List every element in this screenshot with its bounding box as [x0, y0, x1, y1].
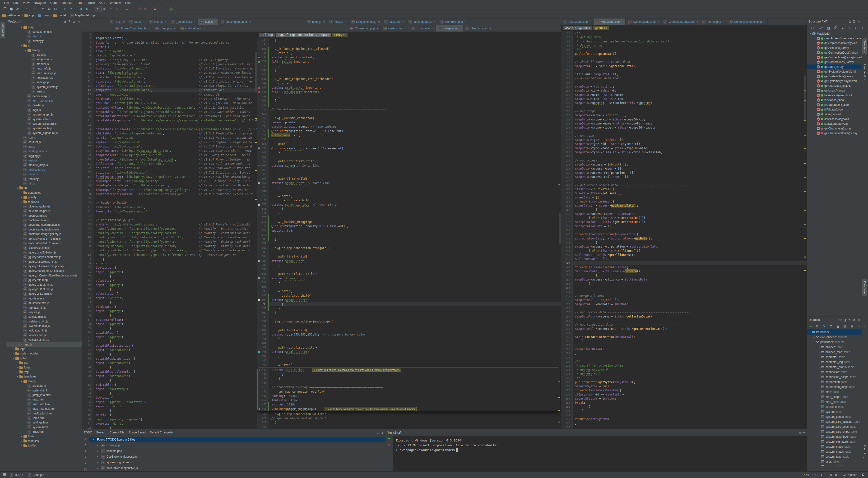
tab-SystemModel.php[interactable]: phpSystemModel.php×: [625, 19, 661, 25]
synchronize-button[interactable]: ⟳: [14, 6, 20, 11]
project-item-requirejs[interactable]: ▸requirejs: [6, 200, 82, 204]
project-item-dialog[interactable]: ▾dialog: [6, 48, 82, 53]
project-item-bootstrap-confirmation.js[interactable]: JSbootstrap-confirmation.js: [6, 223, 82, 227]
project-header-icon[interactable]: ⚙: [72, 20, 75, 24]
project-item-map.html[interactable]: <>map.html: [6, 397, 82, 402]
project-item-trust.html[interactable]: <>trust.html: [6, 429, 82, 434]
replace-button[interactable]: ⌖: [68, 6, 74, 11]
terminal-header-icon[interactable]: ⚙: [799, 431, 801, 434]
project-item-ccp.js[interactable]: JSccp.js: [6, 135, 82, 140]
todo-scope-current-file[interactable]: Current File: [110, 431, 125, 434]
statusbar-encoding[interactable]: UTF-8: [826, 473, 840, 477]
breadcrumb-item[interactable]: pathfinder: [2, 14, 20, 17]
close-icon[interactable]: ×: [123, 21, 125, 23]
project-item-TweenLite.min.js[interactable]: JSTweenLite.min.js: [6, 324, 82, 328]
project-item-map.js[interactable]: JSmap.js: [6, 34, 82, 39]
project-item-system_info.js[interactable]: JSsystem_info.js: [6, 117, 82, 121]
schema-eve_phoebe[interactable]: ▸eve_phoebe: schema: [807, 334, 862, 340]
todo-header-icon[interactable]: ⚙: [377, 431, 379, 434]
structure-method-getSystem[interactable]: mgetSystem(systemId):null: [807, 69, 862, 74]
vcs-update-button[interactable]: ⇣: [124, 6, 130, 11]
structure-toolbar-icon[interactable]: ◨: [827, 26, 830, 30]
structure-method-getUsers[interactable]: mgetUsers():array: [807, 88, 862, 93]
todo-scope-scope-based[interactable]: Scope Based: [129, 431, 146, 434]
project-item-credit.html[interactable]: <>credit.html: [6, 383, 82, 388]
todo-summary-row[interactable]: ▾Found 7 TODO items in 6 files: [89, 437, 385, 442]
structure-method-clearAccess[interactable]: mclearAccess([clearKeys : array =: [807, 36, 862, 41]
statusbar-line-separator[interactable]: CRLF: [812, 473, 826, 477]
close-icon[interactable]: ×: [723, 21, 724, 23]
menu-vcs[interactable]: VCS: [97, 0, 108, 5]
close-icon[interactable]: ×: [465, 21, 466, 23]
project-item-route.html[interactable]: <>route.html: [6, 416, 82, 420]
table-system[interactable]: ▸system: table: [807, 409, 862, 414]
database-toolbar-icon[interactable]: ◼: [836, 325, 839, 328]
close-icon[interactable]: ×: [402, 21, 404, 23]
close-icon[interactable]: ×: [490, 27, 491, 30]
project-item-jquery.easypiechart.min.js[interactable]: JSjquery.easypiechart.min.js: [6, 255, 82, 259]
project-item-dom.jsPlumb-1.7.5-min.js[interactable]: JSdom.jsPlumb-1.7.5-min.js: [6, 241, 82, 246]
tab-notification.js[interactable]: JSnotification.js×: [178, 25, 207, 32]
statusbar-todo-button[interactable]: TTODO: [10, 473, 23, 477]
project-item-tooltip[interactable]: ▸tooltip: [6, 443, 82, 448]
project-item-dialog[interactable]: ▾dialog: [6, 379, 82, 383]
project-item-settings.js[interactable]: JSsettings.js: [6, 80, 82, 85]
database-toolbar-icon[interactable]: +: [810, 325, 812, 328]
menu-edit[interactable]: Edit: [11, 0, 21, 5]
database-toolbar-icon[interactable]: ⧉: [816, 324, 818, 328]
close-icon[interactable]: ×: [658, 21, 659, 23]
project-item-ui[interactable]: ▾ui: [6, 43, 82, 48]
cut-button[interactable]: ✂: [40, 6, 46, 11]
structure-method-getCharacters[interactable]: mgetCharacters():array: [807, 126, 862, 131]
structure-method-getCharactersData[interactable]: mgetCharactersData():array: [807, 131, 862, 136]
project-item-gallery.html[interactable]: <>gallery.html: [6, 388, 82, 393]
menu-navigate[interactable]: Navigate: [32, 0, 48, 5]
table-corporation[interactable]: ▸corporation: table: [807, 379, 862, 384]
project-item-map[interactable]: ▾map: [6, 25, 82, 29]
structure-method-isAlliance[interactable]: misAlliance():bool: [807, 98, 862, 102]
project-item-jquery.dragToSelect.js[interactable]: JSjquery.dragToSelect.js: [6, 250, 82, 255]
project-item-fonts[interactable]: ▸fonts: [6, 365, 82, 370]
structure-toolbar-icon[interactable]: ⊼: [861, 26, 864, 30]
close-icon[interactable]: ×: [696, 21, 698, 23]
table-system_kills_pods[interactable]: ▸system_kills_pods: table: [807, 424, 862, 429]
structure-method-getAlliances[interactable]: mgetAlliances():array: [807, 45, 862, 50]
todo-toolbar-icon[interactable]: ⊻: [85, 455, 87, 459]
menu-file[interactable]: File: [2, 0, 11, 5]
structure-method-getSystemData[interactable]: mgetSystemData():array: [807, 74, 862, 79]
table-map[interactable]: ▸map: table: [807, 389, 862, 394]
database-toolbar-icon[interactable]: ⚒: [830, 325, 832, 328]
table-character_status[interactable]: ▸character_status: table: [807, 364, 862, 370]
project-item-lib[interactable]: ▾lib: [6, 186, 82, 190]
scrollbar-thumb[interactable]: [255, 52, 257, 92]
structure-header-icon[interactable]: ⇥: [857, 20, 860, 24]
structure-method-getUserData[interactable]: mgetUserData():object: [807, 84, 862, 88]
project-tree[interactable]: ▾mapJScontextmenu.jsJSmap.jsJSoverlay.js…: [6, 25, 82, 471]
project-item-node_modules[interactable]: ▸node_modules: [6, 351, 82, 356]
tab-_colors.scss[interactable]: S_colors.scss×: [169, 19, 197, 25]
todo-results[interactable]: ▾Found 7 TODO items in 6 files▸phpcortex…: [89, 436, 385, 472]
project-item-jquery.mCustomScrollbar.concat.min.js[interactable]: JSjquery.mCustomScrollbar.concat.min.js: [6, 273, 82, 278]
tab-Connection.php[interactable]: phpConnection.php×: [347, 25, 381, 32]
project-item-system_route.js[interactable]: JSsystem_route.js: [6, 126, 82, 131]
tab-main.js[interactable]: JSmain.js×: [147, 19, 169, 25]
toolwindow-remote-host-button[interactable]: Remote Host: [862, 62, 867, 83]
project-item-contextmenu.js[interactable]: JScontextmenu.js: [6, 29, 82, 34]
table-system_status[interactable]: ▸system_status: table: [807, 449, 862, 454]
close-icon[interactable]: ×: [378, 21, 379, 23]
project-item-map_manual.html[interactable]: <>map_manual.html: [6, 406, 82, 411]
redo-button[interactable]: ↷: [30, 6, 36, 11]
database-toolbar-icon[interactable]: ▦: [843, 325, 846, 328]
run-configurations-button[interactable]: ▼: [94, 6, 101, 12]
table-connection_scope[interactable]: ▸connection_scope: table: [807, 374, 862, 379]
project-item-notification.js[interactable]: JSnotification.js: [6, 75, 82, 80]
toolwindow-event-log-button[interactable]: Event Log: [862, 443, 867, 460]
table-sessions[interactable]: ▸sessions: table: [807, 404, 862, 409]
close-icon[interactable]: ×: [432, 27, 434, 30]
close-icon[interactable]: ×: [215, 21, 216, 23]
project-item-main.js[interactable]: JSmain.js: [6, 158, 82, 163]
database-toolbar-icon[interactable]: »: [865, 325, 866, 328]
project-item-blueimp-helper.js[interactable]: JSblueimp-helper.js: [6, 209, 82, 213]
project-item-credit.js[interactable]: JScredit.js: [6, 53, 82, 57]
project-item-pnotify[interactable]: ▸pnotify: [6, 195, 82, 199]
